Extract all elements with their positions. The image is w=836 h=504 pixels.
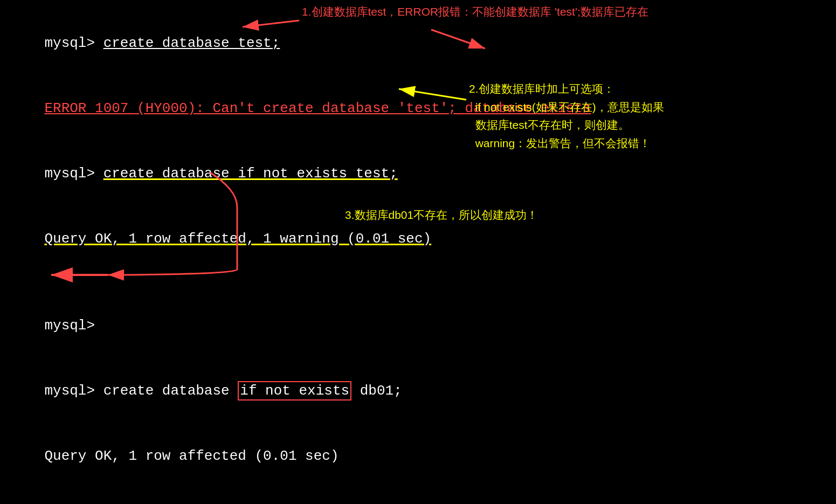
prompt-empty: mysql> — [44, 317, 95, 334]
prompt-3: mysql> — [44, 165, 103, 182]
prompt-7: mysql> — [44, 383, 103, 399]
line-prompt-empty: mysql> — [11, 293, 825, 358]
line-7: mysql> create database if not exists db0… — [11, 358, 825, 424]
line-3: mysql> create database if not exists tes… — [11, 141, 825, 206]
annotation-3: 3.数据库db01不存在，所以创建成功！ — [345, 208, 538, 223]
cmd-if-not-exists-test: create database if not exists test; — [103, 165, 398, 182]
line-error: ERROR 1007 (HY000): Can't create databas… — [11, 76, 825, 141]
ann2-line2: 数据库test不存在时，则创建。 — [469, 116, 664, 134]
ann2-line3: warning：发出警告，但不会报错！ — [469, 134, 664, 153]
line-blank-1 — [11, 272, 825, 293]
line-8: Query OK, 1 row affected (0.01 sec) — [11, 424, 825, 489]
line-1: mysql> create database test; — [11, 11, 825, 76]
prompt-1: mysql> — [44, 35, 103, 51]
annotation-2: 2.创建数据库时加上可选项： if not exists(如果不存在)，意思是如… — [469, 80, 664, 152]
annotation-1: 1.创建数据库test，ERROR报错：不能创建数据库 'test';数据库已存… — [302, 4, 648, 19]
terminal: mysql> create database test; ERROR 1007 … — [0, 0, 836, 504]
ann2-line1: if not exists(如果不存在)，意思是如果 — [469, 98, 664, 116]
if-not-exists-box: if not exists — [238, 381, 351, 401]
cmd-create-db01-suffix: db01; — [351, 383, 402, 399]
cmd-create-database-test: create database test; — [103, 35, 280, 51]
query-ok-2: Query OK, 1 row affected (0.01 sec) — [44, 448, 338, 464]
cmd-create-db01-prefix: create database — [103, 383, 238, 399]
line-blank-2 — [11, 489, 825, 504]
ann2-title: 2.创建数据库时加上可选项： — [469, 80, 664, 98]
query-ok-1: Query OK, 1 row affected, 1 warning (0.0… — [44, 231, 431, 247]
